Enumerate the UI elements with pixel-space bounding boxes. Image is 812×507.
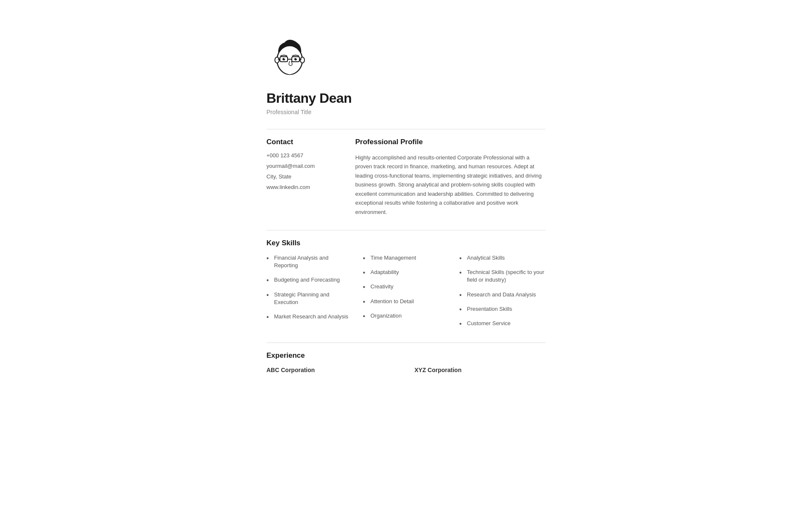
linkedin: www.linkedin.com <box>266 184 338 190</box>
experience-heading: Experience <box>266 351 546 360</box>
phone: +000 123 4567 <box>266 152 338 159</box>
list-item: Creativity <box>363 283 449 290</box>
svg-point-1 <box>275 57 279 63</box>
list-item: Adaptability <box>363 269 449 276</box>
professional-title: Professional Title <box>266 109 546 115</box>
list-item: Budgeting and Forecasting <box>266 276 353 284</box>
skills-heading: Key Skills <box>266 239 546 247</box>
svg-point-2 <box>300 57 304 63</box>
list-item: Market Research and Analysis <box>266 313 353 321</box>
company-name-abc: ABC Corporation <box>266 367 398 373</box>
skills-col-3: Analytical Skills Technical Skills (spec… <box>459 254 546 334</box>
company-xyz: XYZ Corporation <box>414 367 546 373</box>
list-item: Organization <box>363 312 449 320</box>
profile-text: Highly accomplished and results-oriented… <box>355 153 546 217</box>
page-wrapper: Brittany Dean Professional Title Contact… <box>258 0 554 407</box>
skills-col-2: Time Management Adaptability Creativity … <box>363 254 449 334</box>
contact-section: Contact +000 123 4567 yourmail@mail.com … <box>266 138 338 217</box>
header-section: Brittany Dean Professional Title <box>266 34 546 115</box>
email: yourmail@mail.com <box>266 163 338 169</box>
header-divider <box>266 129 546 129</box>
list-item: Analytical Skills <box>459 254 546 262</box>
list-item: Technical Skills (specific to your field… <box>459 269 546 284</box>
list-item: Research and Data Analysis <box>459 291 546 299</box>
svg-point-11 <box>296 58 297 59</box>
list-item: Time Management <box>363 254 449 262</box>
full-name: Brittany Dean <box>266 90 546 106</box>
skills-grid: Financial Analysis and Reporting Budgeti… <box>266 254 546 334</box>
list-item: Customer Service <box>459 320 546 327</box>
contact-heading: Contact <box>266 138 338 146</box>
name-block: Brittany Dean Professional Title <box>266 90 546 115</box>
location: City, State <box>266 173 338 180</box>
skills-section: Key Skills Financial Analysis and Report… <box>266 239 546 334</box>
list-item: Financial Analysis and Reporting <box>266 254 353 269</box>
profile-heading: Professional Profile <box>355 138 546 146</box>
skills-col-1: Financial Analysis and Reporting Budgeti… <box>266 254 353 334</box>
skills-divider <box>266 230 546 230</box>
experience-grid: ABC Corporation XYZ Corporation <box>266 367 546 373</box>
svg-point-10 <box>284 58 285 59</box>
list-item: Presentation Skills <box>459 305 546 313</box>
avatar <box>266 34 313 80</box>
company-name-xyz: XYZ Corporation <box>414 367 546 373</box>
contact-profile-section: Contact +000 123 4567 yourmail@mail.com … <box>266 138 546 217</box>
list-item: Attention to Detail <box>363 298 449 305</box>
experience-section: Experience ABC Corporation XYZ Corporati… <box>266 351 546 373</box>
company-abc: ABC Corporation <box>266 367 398 373</box>
profile-section: Professional Profile Highly accomplished… <box>355 138 546 217</box>
list-item: Strategic Planning and Execution <box>266 291 353 306</box>
experience-divider <box>266 343 546 343</box>
